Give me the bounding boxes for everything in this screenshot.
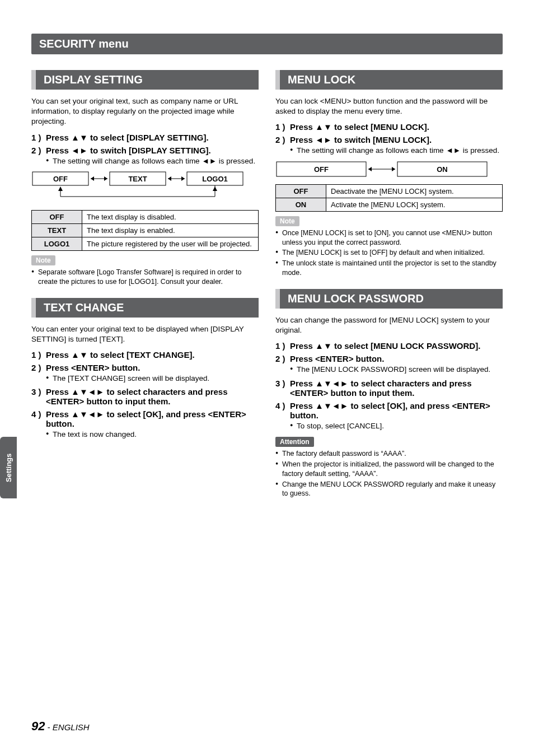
diagram-cell-on: ON xyxy=(437,165,448,174)
diagram-cell-logo1: LOGO1 xyxy=(202,175,228,183)
ds-step-1: 1 ) Press ▲▼ to select [DISPLAY SETTING]… xyxy=(31,133,259,142)
step-number: 1 ) xyxy=(275,341,290,351)
columns: DISPLAY SETTING You can set your origina… xyxy=(31,70,503,500)
svg-marker-12 xyxy=(58,186,63,191)
svg-marker-8 xyxy=(181,176,185,181)
table-val: Activate the [MENU LOCK] system. xyxy=(326,198,503,211)
tc-step-4: 4 ) Press ▲▼◄► to select [OK], and press… xyxy=(31,409,259,428)
tc-sub4: The text is now changed. xyxy=(46,430,259,440)
section-menu-lock-title: MENU LOCK xyxy=(275,70,503,90)
section-text-change-title: TEXT CHANGE xyxy=(31,298,259,318)
side-tab-settings: Settings xyxy=(0,437,17,498)
page-footer: 92 - ENGLISH xyxy=(31,719,90,734)
svg-marker-5 xyxy=(104,176,107,181)
step-number: 2 ) xyxy=(275,135,290,144)
note-label: Note xyxy=(275,216,299,226)
attention-label: Attention xyxy=(275,437,314,447)
svg-marker-13 xyxy=(213,186,217,191)
table-val: The text display is enabled. xyxy=(82,223,259,237)
note-item: Once [MENU LOCK] is set to [ON], you can… xyxy=(275,228,503,248)
svg-marker-17 xyxy=(368,167,372,171)
step-text: Press ▲▼◄► to select [OK], and press <EN… xyxy=(46,409,259,428)
step-number: 3 ) xyxy=(31,387,46,406)
step-text: Press ▲▼ to select [TEXT CHANGE]. xyxy=(46,350,259,360)
ml-table: OFFDeactivate the [MENU LOCK] system. ON… xyxy=(275,184,503,212)
table-val: Deactivate the [MENU LOCK] system. xyxy=(326,184,503,198)
step-number: 2 ) xyxy=(31,363,46,372)
ml-sub: The setting will change as follows each … xyxy=(290,146,503,156)
right-column: MENU LOCK You can lock <MENU> button fun… xyxy=(275,70,503,500)
mlp-step-1: 1 ) Press ▲▼ to select [MENU LOCK PASSWO… xyxy=(275,341,503,351)
mlp-sub2: The [MENU LOCK PASSWORD] screen will be … xyxy=(290,365,503,375)
mlp-sub4: To stop, select [CANCEL]. xyxy=(290,421,503,431)
step-text: Press ▲▼ to select [DISPLAY SETTING]. xyxy=(46,133,259,142)
step-number: 1 ) xyxy=(31,350,46,360)
table-key: OFF xyxy=(276,184,326,198)
section-display-setting-title: DISPLAY SETTING xyxy=(31,70,259,90)
attn-item: When the projector is initialized, the p… xyxy=(275,460,503,479)
table-key: TEXT xyxy=(32,223,82,237)
menu-title: SECURITY menu xyxy=(31,34,503,54)
tc-step-2: 2 ) Press <ENTER> button. xyxy=(31,363,259,372)
step-number: 4 ) xyxy=(275,401,290,420)
mlp-step-4: 4 ) Press ▲▼◄► to select [OK], and press… xyxy=(275,401,503,420)
attn-item: The factory default password is “AAAA”. xyxy=(275,449,503,459)
menu-lock-pw-intro: You can change the password for [MENU LO… xyxy=(275,315,503,335)
display-setting-intro: You can set your original text, such as … xyxy=(31,96,259,127)
footer-lang: ENGLISH xyxy=(53,722,90,732)
table-key: LOGO1 xyxy=(32,237,82,250)
step-text: Press <ENTER> button. xyxy=(290,354,503,363)
section-menu-lock-pw-title: MENU LOCK PASSWORD xyxy=(275,289,503,309)
menu-lock-intro: You can lock <MENU> button function and … xyxy=(275,96,503,116)
note-item: The [MENU LOCK] is set to [OFF] by defau… xyxy=(275,248,503,258)
note-label: Note xyxy=(31,255,55,265)
mlp-attn: The factory default password is “AAAA”. … xyxy=(275,449,503,498)
step-text: Press ▲▼◄► to select characters and pres… xyxy=(46,387,259,406)
table-val: The text display is disabled. xyxy=(82,210,259,223)
ds-table: OFFThe text display is disabled. TEXTThe… xyxy=(31,210,259,251)
step-text: Press ▲▼◄► to select characters and pres… xyxy=(290,379,503,398)
step-text: Press ◄► to switch [MENU LOCK]. xyxy=(290,135,503,144)
step-number: 2 ) xyxy=(31,146,46,155)
attn-item: Change the MENU LOCK PASSWORD regularly … xyxy=(275,480,503,499)
step-number: 1 ) xyxy=(275,122,290,132)
step-text: Press ◄► to switch [DISPLAY SETTING]. xyxy=(46,146,259,155)
ml-notes: Once [MENU LOCK] is set to [ON], you can… xyxy=(275,228,503,278)
ds-step-2: 2 ) Press ◄► to switch [DISPLAY SETTING]… xyxy=(31,146,259,155)
diagram-cell-text: TEXT xyxy=(128,175,147,183)
table-val: The picture registered by the user will … xyxy=(82,237,259,250)
tc-step-3: 3 ) Press ▲▼◄► to select characters and … xyxy=(31,387,259,406)
text-change-intro: You can enter your original text to be d… xyxy=(31,324,259,344)
footer-sep: - xyxy=(45,722,52,732)
step-text: Press ▲▼ to select [MENU LOCK]. xyxy=(290,122,503,132)
diagram-cell-off: OFF xyxy=(314,165,329,174)
ds-notes: Separate software [Logo Transfer Softwar… xyxy=(31,268,259,287)
ml-diagram: OFF ON xyxy=(275,161,503,179)
table-key: OFF xyxy=(32,210,82,223)
step-text: Press ▲▼◄► to select [OK], and press <EN… xyxy=(290,401,503,420)
step-number: 3 ) xyxy=(275,379,290,398)
svg-marker-7 xyxy=(168,176,171,181)
diagram-cell-off: OFF xyxy=(53,175,68,183)
mlp-step-3: 3 ) Press ▲▼◄► to select characters and … xyxy=(275,379,503,398)
step-number: 1 ) xyxy=(31,133,46,142)
step-number: 2 ) xyxy=(275,354,290,363)
step-text: Press ▲▼ to select [MENU LOCK PASSWORD]. xyxy=(290,341,503,351)
mlp-step-2: 2 ) Press <ENTER> button. xyxy=(275,354,503,363)
note-item: The unlock state is maintained until the… xyxy=(275,259,503,278)
svg-marker-4 xyxy=(91,176,94,181)
tc-step-1: 1 ) Press ▲▼ to select [TEXT CHANGE]. xyxy=(31,350,259,360)
step-text: Press <ENTER> button. xyxy=(46,363,259,372)
ml-step-2: 2 ) Press ◄► to switch [MENU LOCK]. xyxy=(275,135,503,144)
page-number: 92 xyxy=(31,719,45,733)
ds-sub: The setting will change as follows each … xyxy=(46,156,259,166)
note-item: Separate software [Logo Transfer Softwar… xyxy=(31,268,259,287)
svg-marker-18 xyxy=(392,167,395,171)
table-key: ON xyxy=(276,198,326,211)
ml-step-1: 1 ) Press ▲▼ to select [MENU LOCK]. xyxy=(275,122,503,132)
ds-diagram: OFF TEXT LOGO1 xyxy=(31,171,259,204)
step-number: 4 ) xyxy=(31,409,46,428)
tc-sub2: The [TEXT CHANGE] screen will be display… xyxy=(46,374,259,384)
left-column: DISPLAY SETTING You can set your origina… xyxy=(31,70,259,500)
